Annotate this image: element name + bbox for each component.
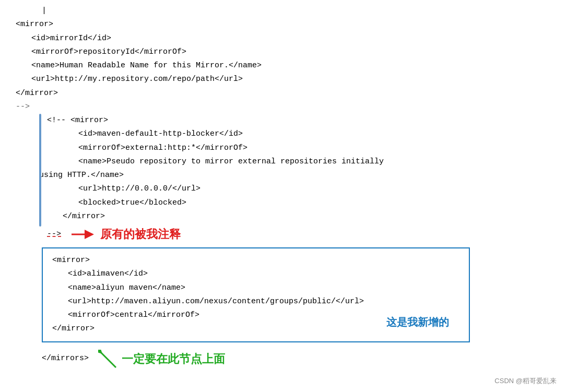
url-line: <url>http://my.repository.com/repo/path<…	[0, 73, 567, 86]
green-arrow-icon	[98, 350, 117, 369]
this-keyword: this	[172, 61, 191, 70]
highlight-mirror-open: <mirror>	[52, 254, 459, 267]
highlight-url: <url>http://maven.aliyun.com/nexus/conte…	[52, 295, 459, 308]
highlight-id: <id>alimaven</id>	[52, 267, 459, 281]
mirror-open-line: <mirror>	[0, 18, 567, 31]
name-pseudo-line1: <name>Pseudo repository to mirror extern…	[0, 155, 567, 169]
arrow-annotation-row: --> 原有的被我注释	[0, 227, 567, 242]
highlight-mirror-close: </mirror>	[52, 322, 199, 336]
mirrorof-ext-line: <mirrorOf>external:http:*</mirrorOf>	[0, 141, 567, 155]
blocked-line: <blocked>true</blocked>	[0, 196, 567, 210]
new-added-annotation: 这是我新增的	[386, 315, 459, 329]
mirrorof-line: <mirrorOf>repositoryId</mirrorOf>	[0, 45, 567, 59]
url-zero-line: <url>http://0.0.0.0/</url>	[0, 182, 567, 196]
mirrors-close-tag: </mirrors>	[42, 352, 89, 365]
arrow-end2: -->	[47, 228, 61, 241]
id-mirror-line: <id>mirrorId</id>	[0, 32, 567, 45]
original-commented-annotation: 原有的被我注释	[100, 227, 181, 242]
highlight-name: <name>aliyun maven</name>	[52, 281, 459, 295]
id-blocker-line: <id>maven-default-http-blocker</id>	[0, 127, 567, 141]
comment-mirror-open: <!-- <mirror>	[0, 114, 567, 127]
mirrors-close-row: </mirrors> 一定要在此节点上面	[0, 350, 567, 369]
mirror-close-line: </mirror>	[0, 87, 567, 100]
new-mirror-block: <mirror> <id>alimaven</id> <name>aliyun …	[42, 247, 470, 342]
name-human-line: <name>Human Readable Name for this Mirro…	[0, 59, 567, 73]
red-arrow-right-icon	[70, 228, 96, 241]
highlight-mirrorof: <mirrorOf>central</mirrorOf>	[52, 308, 199, 322]
arrow-end-comment: -->	[0, 100, 567, 114]
svg-line-3	[101, 353, 116, 367]
separator-line: |	[42, 6, 46, 15]
name-pseudo-line2: using HTTP.</name>	[0, 169, 567, 182]
watermark: CSDN @稻哥爱乱来	[494, 376, 557, 386]
node-annotation: 一定要在此节点上面	[122, 351, 225, 367]
mirror-close2-line: </mirror>	[0, 210, 567, 223]
